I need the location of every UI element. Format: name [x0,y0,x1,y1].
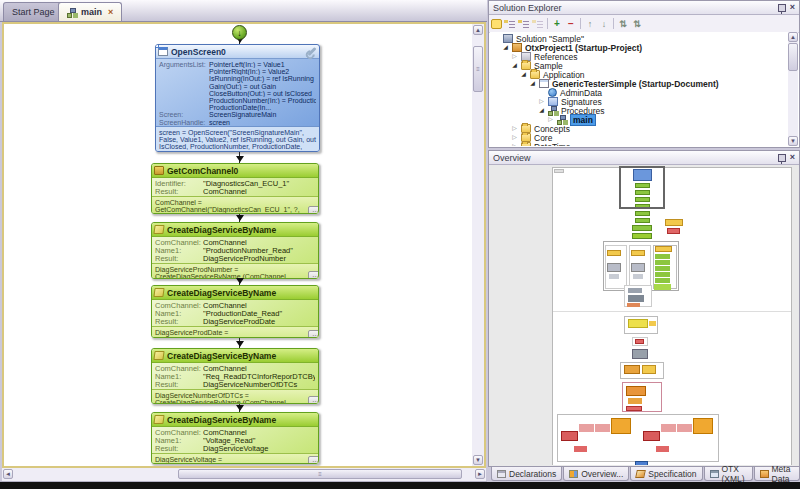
expand-tree-icon[interactable] [504,18,516,30]
parameter-row: Result:DiagServiceVoltage [155,445,315,453]
parameter-value: Gain(Out:) = out Gain [209,83,316,90]
block-title: GetComChannel0 [167,166,238,176]
tree-expander-icon[interactable]: ◢ [529,80,536,87]
overview-titlebar[interactable]: Overview × [489,151,799,165]
minimap-rect [635,218,650,223]
tree-expander-icon[interactable]: ▷ [511,134,518,141]
minimap-rect [627,303,640,307]
view-tab-overview[interactable]: Overview... [563,467,629,481]
add-item-icon[interactable]: + [551,18,563,30]
properties-window-icon[interactable] [491,19,502,29]
minimap-rect [607,250,621,256]
parameter-value: ComChannel [203,239,315,247]
block-header: CreateDiagServiceByName [152,413,318,427]
block-title: CreateDiagServiceByName [167,225,276,235]
view-tab-meta-data[interactable]: Meta Data [754,467,800,481]
parameter-label: Result: [155,255,203,263]
remove-item-icon[interactable]: − [565,18,577,30]
minimap-rect [655,254,670,259]
close-icon[interactable]: × [790,153,795,162]
close-tab-icon[interactable]: × [108,8,113,17]
canvas-horizontal-scrollbar[interactable]: ◄ ► ≡ [2,468,486,481]
parameter-label: ArgumentsList: [159,61,209,68]
tree-item-generictestersimple-startup-document-[interactable]: ◢GenericTesterSimple (Startup-Document) [490,79,788,88]
pin-icon[interactable] [778,4,786,12]
parameter-label: Screen: [159,111,209,118]
panel-title: Solution Explorer [493,3,562,13]
parameter-label [159,90,209,97]
parameter-row: Result:DiagServiceProdNumber [155,255,315,263]
tree-expander-icon[interactable]: ▷ [547,116,554,123]
scroll-down-button[interactable]: ▼ [788,136,798,146]
scrollbar-thumb[interactable] [788,43,798,71]
view-tab-otx-xml[interactable]: OTX (XML) [704,467,753,481]
minimap-rect [628,398,642,404]
collapse-tree-icon[interactable] [518,18,530,30]
flow-block-openscreen0[interactable]: OpenScreen0ArgumentsList:PointerLeft(In:… [155,44,320,152]
minimap-viewport[interactable] [619,166,665,209]
tree-expander-icon[interactable]: ◢ [520,71,527,78]
block-parameters: ComChannel:ComChannelName1:"Req_ReadDTCI… [152,363,318,389]
overview-icon [569,470,578,478]
flow-block-creatediagservicebyname[interactable]: CreateDiagServiceByNameComChannel:ComCha… [151,348,319,404]
sort-descending-icon[interactable]: ⇅ [631,18,643,30]
scroll-left-button[interactable]: ◄ [3,469,13,479]
move-up-icon[interactable]: ↑ [584,18,596,30]
tree-expander-icon[interactable]: ◢ [538,107,545,114]
more-badge[interactable]: … [308,330,319,338]
scrollbar-thumb[interactable]: ≡ [178,469,462,479]
sync-selection-icon[interactable] [532,18,544,30]
scroll-up-button[interactable]: ▲ [473,25,483,35]
flow-block-creatediagservicebyname[interactable]: CreateDiagServiceByNameComChannel:ComCha… [151,222,319,279]
minimap-rect [635,461,648,465]
more-badge[interactable]: … [308,271,319,279]
move-down-icon[interactable]: ↓ [598,18,610,30]
flowchart-canvas[interactable]: ↓ OpenScreen0ArgumentsList:PointerLeft(I… [2,22,486,468]
more-badge[interactable]: … [308,396,319,404]
canvas-vertical-scrollbar[interactable]: ▲ ▼ ≡ [472,24,484,466]
tab-start-page[interactable]: Start Page [3,2,64,21]
toolbar-separator [613,18,614,29]
tree-vertical-scrollbar[interactable]: ▲ ▼ [788,32,798,146]
block-title: CreateDiagServiceByName [167,351,276,361]
selection-handle[interactable] [155,44,159,48]
tree-expander-icon[interactable]: ◢ [502,44,509,51]
tab-main[interactable]: main × [58,2,122,21]
procedure-start-node[interactable]: ↓ [232,25,247,40]
tree-expander-icon[interactable]: ◢ [511,62,518,69]
tree-item-procedures[interactable]: ◢Procedures [490,106,788,115]
tree-expander-icon[interactable]: ▷ [511,125,518,132]
tree-item-admindata[interactable]: AdminData [490,88,788,97]
more-badge[interactable]: … [308,456,319,464]
flow-block-getcomchannel0[interactable]: GetComChannel0Identifier:"DiagnosticsCan… [151,163,319,214]
scroll-up-button[interactable]: ▲ [788,32,798,42]
tag-icon [153,288,164,297]
pin-icon[interactable] [778,154,786,162]
minimap-rect [649,321,656,326]
tree-expander-icon[interactable]: ▷ [538,98,545,105]
overview-minimap[interactable] [490,165,798,465]
solution-explorer-titlebar[interactable]: Solution Explorer × [489,1,799,15]
scroll-down-button[interactable]: ▼ [473,455,483,465]
tree-item-signatures[interactable]: ▷Signatures [490,97,788,106]
block-expression: DiagServiceVoltage = CreateDiagServiceBy… [152,453,318,464]
scroll-right-button[interactable]: ► [475,469,485,479]
parameter-label: ScreenHandle: [159,119,209,126]
tree-expander-icon[interactable]: ▷ [511,143,518,146]
more-badge[interactable]: … [308,206,319,214]
minimap-rect [595,424,610,432]
flow-block-creatediagservicebyname[interactable]: CreateDiagServiceByNameComChannel:ComCha… [151,412,319,464]
parameter-row: Screen:ScreenSignatureMain [159,111,316,118]
close-icon[interactable]: × [790,3,795,12]
tree-item-datetime[interactable]: ▷DateTime [490,142,788,146]
block-header: GetComChannel0 [152,164,318,178]
view-tab-specification[interactable]: Specification [630,467,702,481]
scrollbar-thumb[interactable]: ≡ [473,46,483,92]
parameter-value: DiagServiceProdNumber [203,255,315,263]
view-tab-declarations[interactable]: Declarations [491,467,562,481]
toolbar-separator [580,18,581,29]
minimap-rect [642,365,656,374]
tree-expander-icon[interactable]: ▷ [511,53,518,60]
sort-ascending-icon[interactable]: ⇅ [617,18,629,30]
flow-block-creatediagservicebyname[interactable]: CreateDiagServiceByNameComChannel:ComCha… [151,285,319,338]
